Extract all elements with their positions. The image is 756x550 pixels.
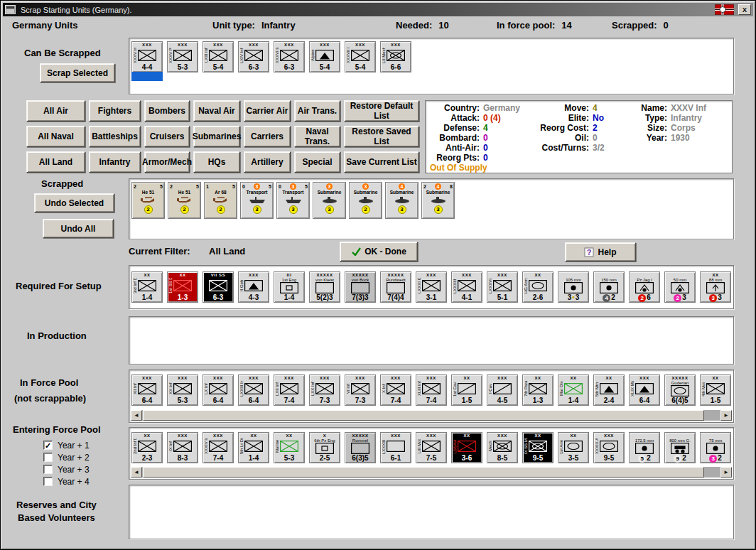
scrapped-unit-counter[interactable]: 035Transport3	[276, 182, 310, 219]
filter-button-all-land[interactable]: All Land	[26, 151, 85, 173]
unit-counter[interactable]: XXXXXXVII M.5-4	[345, 41, 376, 72]
unit-counter[interactable]: XXXXII Inf6-4	[131, 374, 163, 406]
unit-counter[interactable]: XXXXLIII Inf7-4	[416, 374, 447, 406]
unit-counter[interactable]: XXXLXXIII Inf6-4	[238, 374, 269, 406]
undo-all-button[interactable]: Undo All	[43, 219, 114, 238]
scrapped-unit-counter[interactable]: 25He 512	[131, 182, 165, 219]
year-filter-4[interactable]: Year + 4	[43, 477, 90, 486]
title-bar[interactable]: Scrap Starting Units (Germany). X	[3, 3, 753, 16]
filter-button-carrier-air[interactable]: Carrier Air	[244, 100, 291, 122]
unit-counter[interactable]: XXHG Arm Div2-6	[522, 271, 554, 303]
year-filter-2[interactable]: Year + 2	[43, 453, 90, 462]
unit-counter[interactable]: 172.5 mm52	[629, 432, 660, 463]
filter-button-armor-mech[interactable]: Armor/Mech	[144, 151, 190, 173]
unit-counter[interactable]: XXXI Cav4-5	[487, 374, 518, 406]
unit-counter[interactable]: XXXVI Inf7-3	[345, 374, 376, 406]
filter-button-submarines[interactable]: Submarines	[193, 126, 240, 147]
unit-counter[interactable]: XXXX Inf7-4	[380, 374, 411, 406]
unit-counter[interactable]: XXMarine5-3	[274, 432, 305, 463]
filter-button-naval-air[interactable]: Naval Air	[193, 100, 240, 122]
scrapped-unit-counter[interactable]: 3Submarine2	[349, 182, 382, 219]
checkbox-unchecked[interactable]	[43, 465, 53, 474]
help-button[interactable]: ? Help	[565, 242, 636, 261]
filter-button-all-naval[interactable]: All Naval	[26, 126, 85, 147]
unit-counter[interactable]: XXXLXIII Inf5-4	[202, 41, 234, 72]
unit-counter[interactable]: XX3rd Inf Div1-4	[131, 271, 163, 303]
filter-button-save-current-list[interactable]: Save Current List	[344, 151, 419, 173]
unit-counter[interactable]: XXXXXGuderian6(4)5	[664, 374, 696, 406]
filter-button-carriers[interactable]: Carriers	[244, 126, 291, 147]
unit-counter[interactable]: XXXLXXXIII Ga.4-1	[451, 271, 482, 303]
unit-counter[interactable]: XXXLIII Mot7-5	[416, 432, 447, 463]
scrollbar-track[interactable]	[142, 410, 720, 421]
ok-done-button[interactable]: OK - Done	[340, 242, 418, 261]
unit-counter[interactable]: VII SS6-3	[202, 271, 234, 303]
unit-counter[interactable]: XXXXXXIX Arm9-5	[593, 432, 625, 463]
unit-counter[interactable]: XXXAlpine5-4	[309, 41, 340, 72]
filter-button-infantry[interactable]: Infantry	[89, 151, 141, 173]
filter-button-all-air[interactable]: All Air	[26, 100, 85, 122]
unit-counter[interactable]: III1st Eng1-4	[274, 271, 305, 303]
scrollbar-thumb[interactable]	[143, 410, 704, 421]
unit-counter[interactable]: XXXLXIV Inf6-3	[238, 41, 269, 72]
scroll-right-button[interactable]: ►	[720, 467, 732, 478]
unit-counter[interactable]: XXXMech8-5	[487, 432, 518, 463]
scrollbar-thumb[interactable]	[143, 467, 704, 478]
checkbox-checked[interactable]: ✓	[43, 441, 53, 450]
scroll-left-button[interactable]: ◄	[131, 410, 142, 421]
unit-counter[interactable]: 150 mm42	[593, 271, 625, 303]
scrapped-unit-counter[interactable]: 035Transport3	[240, 182, 274, 219]
filter-button-special[interactable]: Special	[294, 151, 340, 173]
unit-counter[interactable]: XXMar Div1-4	[558, 374, 589, 406]
scrollbar-track[interactable]	[142, 467, 720, 478]
unit-counter[interactable]: XXXXLIX Mtn6-4	[629, 374, 660, 406]
unit-counter[interactable]: XXXLII Mech6-6	[380, 41, 411, 72]
unit-counter[interactable]: XXXXX Inf5-3	[167, 374, 198, 406]
filter-button-cruisers[interactable]: Cruisers	[144, 126, 190, 147]
unit-counter[interactable]: XX1st SS Div1-3	[167, 271, 198, 303]
scrapped-unit-counter[interactable]: 15Ar 682	[204, 182, 237, 219]
in-force-pool-scrollbar[interactable]: ◄ ►	[131, 410, 732, 421]
unit-counter[interactable]: XXXXXXVI Inf6-3	[274, 41, 305, 72]
unit-counter[interactable]: XXXXXRundstedt7(4)4	[380, 271, 411, 303]
filter-button-naval-trans[interactable]: Naval Trans.	[294, 126, 340, 147]
unit-counter[interactable]: XX2nd Inf Div2-3	[131, 432, 163, 463]
scrap-selected-button[interactable]: Scrap Selected	[40, 63, 115, 82]
unit-counter[interactable]: XXLSSAH3-6	[451, 432, 482, 463]
unit-counter[interactable]: XX7th Para Div1-3	[522, 374, 554, 406]
unit-counter[interactable]: XXXXXvon Kleist5(2)3	[309, 271, 340, 303]
filter-button-hqs[interactable]: HQs	[193, 151, 240, 173]
unit-counter[interactable]: X6th Pz Eng2-5	[309, 432, 340, 463]
unit-counter[interactable]: XX1st Cav Div1-5	[451, 374, 482, 406]
unit-counter[interactable]: XXXLX Inf6-4	[202, 374, 234, 406]
unit-counter[interactable]: XXIX SS Mech9-5	[522, 432, 554, 463]
unit-counter[interactable]: 50 mm23	[664, 271, 696, 303]
checkbox-unchecked[interactable]	[43, 477, 53, 486]
filter-button-fighters[interactable]: Fighters	[89, 100, 141, 122]
unit-counter[interactable]: 105 mm3•3	[558, 271, 589, 303]
unit-counter[interactable]: XXXLXII Inf7-4	[274, 374, 305, 406]
filter-button-bombers[interactable]: Bombers	[144, 100, 190, 122]
unit-counter[interactable]: XXXLXXXVI Ga.5-1	[487, 271, 518, 303]
scroll-left-button[interactable]: ◄	[131, 467, 142, 478]
unit-counter[interactable]: XXXXXvon Bock7(3)3	[345, 271, 376, 303]
unit-counter[interactable]: XX4th Mot Div1-5	[700, 374, 731, 406]
unit-counter[interactable]: XXXXXRommel6(3)5	[345, 432, 376, 463]
unit-counter[interactable]: XXXXXXV Pz5-3	[167, 41, 198, 72]
scrapped-unit-counter[interactable]: 25He 512	[168, 182, 201, 219]
unit-counter[interactable]: XX88 mm33	[700, 271, 731, 303]
close-button[interactable]: X	[738, 4, 751, 15]
scroll-right-button[interactable]: ►	[720, 410, 732, 421]
unit-counter[interactable]: XXXLXXXI Ga.3-1	[416, 271, 447, 303]
year-filter-1[interactable]: ✓Year + 1	[43, 441, 90, 450]
scrapped-unit-counter[interactable]: 248Submarine3	[421, 182, 455, 219]
unit-counter[interactable]: XXXII Geb4-3	[238, 271, 269, 303]
filter-button-artillery[interactable]: Artillery	[244, 151, 291, 173]
scrapped-unit-counter[interactable]: 3Submarine3	[313, 182, 346, 219]
unit-counter[interactable]: Pz.Jag I26	[629, 271, 660, 303]
unit-counter[interactable]: XX5th Lt Div1-4	[238, 432, 269, 463]
unit-counter[interactable]: XXXLXX Inf7-3	[309, 374, 340, 406]
unit-counter[interactable]: 75 mm32	[700, 432, 731, 463]
year-filter-3[interactable]: Year + 3	[43, 465, 90, 474]
filter-button-air-trans[interactable]: Air Trans.	[294, 100, 340, 122]
